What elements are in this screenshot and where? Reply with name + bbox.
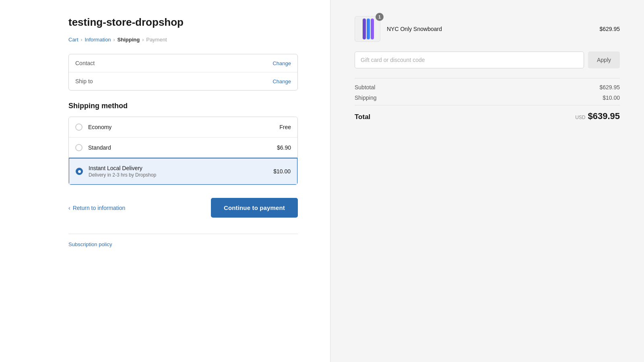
radio-instant xyxy=(76,168,83,175)
contact-label: Contact xyxy=(75,60,95,66)
product-image xyxy=(355,16,380,42)
ship-to-label: Ship to xyxy=(75,78,93,84)
chevron-left-icon: ‹ xyxy=(68,205,70,211)
contact-change-link[interactable]: Change xyxy=(272,60,291,66)
shipping-economy-name: Economy xyxy=(88,124,279,130)
product-row: 1 NYC Only Snowboard $629.95 xyxy=(355,16,620,42)
shipping-method-title: Shipping method xyxy=(68,102,298,110)
return-link-label: Return to information xyxy=(73,205,126,211)
shipping-standard-details: Standard xyxy=(88,144,277,151)
actions-row: ‹ Return to information Continue to paym… xyxy=(68,198,298,218)
shipping-option-instant[interactable]: Instant Local Delivery Delivery in 2-3 h… xyxy=(68,158,298,185)
footer-divider xyxy=(68,234,298,234)
breadcrumb-payment: Payment xyxy=(146,37,167,43)
shipping-option-economy[interactable]: Economy Free xyxy=(69,117,297,138)
svg-rect-2 xyxy=(371,19,374,39)
store-title: testing-store-dropshop xyxy=(68,16,298,29)
right-panel: 1 NYC Only Snowboard $629.95 Apply Subto… xyxy=(330,0,644,362)
shipping-standard-price: $6.90 xyxy=(277,144,291,151)
shipping-instant-details: Instant Local Delivery Delivery in 2-3 h… xyxy=(89,165,273,178)
product-name: NYC Only Snowboard xyxy=(387,26,593,32)
shipping-value: $10.00 xyxy=(603,95,620,101)
total-divider xyxy=(355,105,620,105)
subscription-policy-link[interactable]: Subscription policy xyxy=(68,241,112,247)
summary-divider xyxy=(355,78,620,78)
discount-code-input[interactable] xyxy=(355,51,584,68)
radio-standard xyxy=(75,144,83,151)
subtotal-value: $629.95 xyxy=(599,84,620,90)
shipping-instant-name: Instant Local Delivery xyxy=(89,165,273,171)
product-info: NYC Only Snowboard xyxy=(387,26,593,32)
shipping-options-list: Economy Free Standard $6.90 Instant Loca… xyxy=(68,117,298,185)
product-thumbnail-svg xyxy=(359,18,376,40)
contact-row: Contact Change xyxy=(69,54,297,72)
breadcrumb-cart[interactable]: Cart xyxy=(68,37,78,43)
breadcrumb-information[interactable]: Information xyxy=(85,37,111,43)
shipping-label: Shipping xyxy=(355,95,377,101)
return-to-information-link[interactable]: ‹ Return to information xyxy=(68,205,125,211)
total-amount: $639.95 xyxy=(588,111,620,121)
total-amount-wrap: USD $639.95 xyxy=(575,111,620,121)
shipping-row: Shipping $10.00 xyxy=(355,95,620,101)
total-label: Total xyxy=(355,113,370,121)
breadcrumb: Cart › Information › Shipping › Payment xyxy=(68,37,298,43)
shipping-standard-name: Standard xyxy=(88,144,277,151)
left-panel: testing-store-dropshop Cart › Informatio… xyxy=(0,0,330,362)
breadcrumb-sep-2: › xyxy=(114,37,115,43)
breadcrumb-sep-3: › xyxy=(142,37,144,43)
breadcrumb-sep-1: › xyxy=(81,37,83,43)
total-row: Total USD $639.95 xyxy=(355,111,620,121)
shipping-instant-sub: Delivery in 2-3 hrs by Dropshop xyxy=(89,172,273,178)
product-image-wrap: 1 xyxy=(355,16,380,42)
total-currency: USD xyxy=(575,115,585,120)
shipping-instant-price: $10.00 xyxy=(273,168,291,175)
subtotal-label: Subtotal xyxy=(355,84,375,90)
shipping-economy-details: Economy xyxy=(88,124,279,130)
subtotal-row: Subtotal $629.95 xyxy=(355,84,620,90)
ship-to-change-link[interactable]: Change xyxy=(272,78,291,84)
breadcrumb-shipping: Shipping xyxy=(118,37,140,43)
continue-to-payment-button[interactable]: Continue to payment xyxy=(211,198,298,218)
contact-ship-box: Contact Change Ship to Change xyxy=(68,54,298,90)
radio-economy xyxy=(75,123,83,131)
shipping-economy-price: Free xyxy=(279,124,291,130)
product-qty-badge: 1 xyxy=(376,13,384,21)
product-price: $629.95 xyxy=(599,26,620,32)
svg-rect-1 xyxy=(367,19,370,39)
discount-row: Apply xyxy=(355,51,620,68)
shipping-option-standard[interactable]: Standard $6.90 xyxy=(69,138,297,158)
svg-rect-0 xyxy=(363,19,366,39)
apply-button[interactable]: Apply xyxy=(588,51,620,68)
ship-to-row: Ship to Change xyxy=(69,72,297,90)
